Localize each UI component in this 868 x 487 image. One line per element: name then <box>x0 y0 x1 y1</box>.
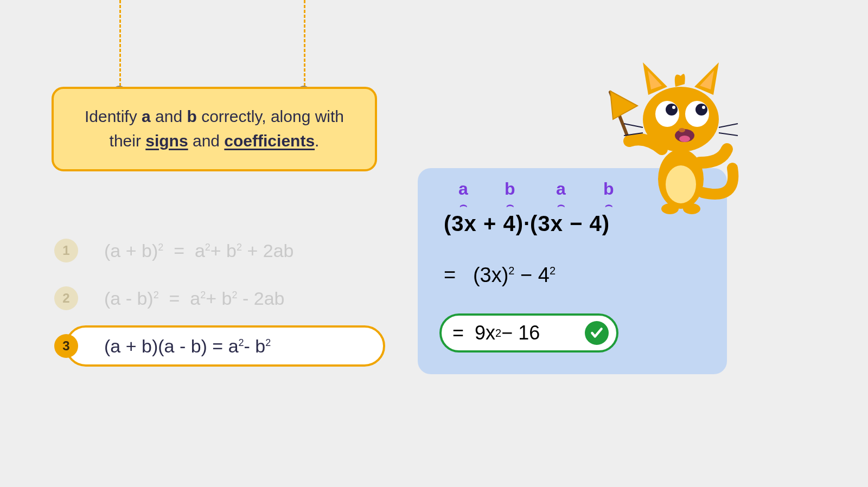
formula-row-1: 1 (a + b)2 = a2+ b2 + 2ab <box>54 227 380 274</box>
answer-pill: = 9x2 − 16 <box>439 313 618 353</box>
instruction-text-post: . <box>315 132 319 150</box>
svg-marker-1 <box>610 91 637 119</box>
hanger-string-left <box>119 0 121 91</box>
formula-bullet-2: 2 <box>54 286 78 310</box>
instruction-card: Identify a and b correctly, along with t… <box>52 87 377 171</box>
formula-row-2: 2 (a - b)2 = a2+ b2 - 2ab <box>54 274 380 322</box>
var-label-a2: a ⌢ <box>556 179 566 212</box>
svg-point-11 <box>672 106 675 109</box>
svg-point-14 <box>679 136 690 142</box>
instruction-var-b: b <box>187 107 196 125</box>
instruction-coefficients: coefficients <box>224 132 315 150</box>
var-label-b1: b ⌢ <box>505 179 515 212</box>
svg-line-19 <box>719 133 738 136</box>
caret-icon: ⌢ <box>458 198 468 212</box>
formula-eq-3: (a + b)(a - b) = a2- b2 <box>104 336 271 357</box>
expression-step: = (3x)2 − 42 <box>444 264 556 287</box>
formula-row-3: 3 (a + b)(a - b) = a2- b2 <box>54 322 380 370</box>
mascot-cat-icon <box>591 54 754 217</box>
svg-point-12 <box>702 106 705 109</box>
svg-point-9 <box>666 104 678 116</box>
expression-main: (3x + 4)·(3x − 4) <box>444 212 610 236</box>
instruction-text-mid3: and <box>188 132 225 150</box>
formula-bullet-1: 1 <box>54 239 78 262</box>
formula-eq-2: (a - b)2 = a2+ b2 - 2ab <box>104 288 284 309</box>
svg-point-5 <box>683 203 700 214</box>
caret-icon: ⌢ <box>556 198 566 212</box>
svg-line-16 <box>624 124 643 127</box>
formula-eq-1: (a + b)2 = a2+ b2 + 2ab <box>104 240 294 261</box>
instruction-signs: signs <box>145 132 188 150</box>
instruction-var-a: a <box>142 107 151 125</box>
var-label-a1: a ⌢ <box>458 179 468 212</box>
formula-bullet-3: 3 <box>54 334 78 358</box>
svg-point-15 <box>679 128 685 132</box>
formula-list: 1 (a + b)2 = a2+ b2 + 2ab 2 (a - b)2 = a… <box>54 227 380 370</box>
svg-line-18 <box>719 124 738 127</box>
instruction-text-pre: Identify <box>85 107 142 125</box>
svg-point-10 <box>695 104 707 116</box>
svg-point-3 <box>666 165 696 203</box>
caret-icon: ⌢ <box>505 198 515 212</box>
checkmark-icon <box>585 321 609 345</box>
hanger-string-right <box>304 0 305 91</box>
svg-point-4 <box>661 203 679 214</box>
instruction-text-mid1: and <box>151 107 187 125</box>
